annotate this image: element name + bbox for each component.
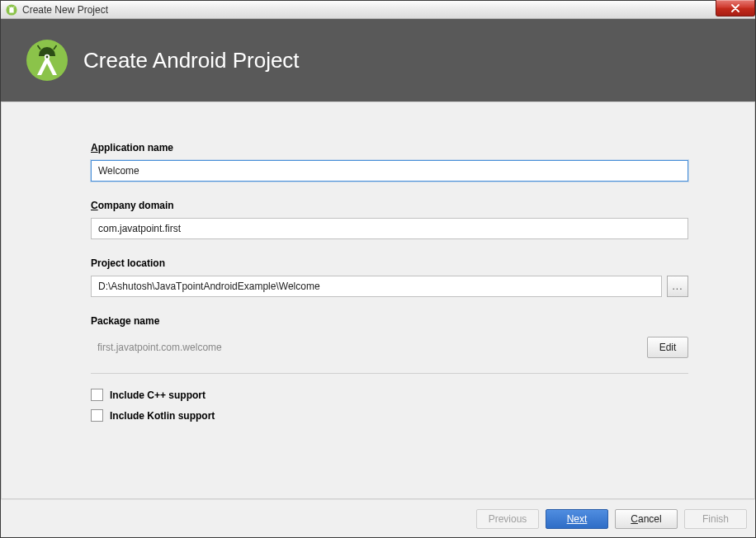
package-name-label: Package name [91,315,688,327]
android-studio-icon [26,39,69,82]
application-name-label: Application name [91,142,688,153]
project-location-group: Project location ... [91,257,688,297]
company-domain-input[interactable] [91,218,688,239]
dialog-window: Create New Project Create Android Projec… [0,0,756,538]
finish-button: Finish [684,509,747,529]
kotlin-support-label: Include Kotlin support [110,410,215,422]
titlebar: Create New Project [1,1,755,19]
browse-button[interactable]: ... [667,276,688,297]
project-location-input[interactable] [91,276,662,297]
window-title: Create New Project [22,4,108,16]
previous-button: Previous [476,509,539,529]
close-button[interactable] [716,0,755,17]
kotlin-support-checkbox[interactable] [91,409,103,422]
footer: Previous Next Cancel Finish [1,499,755,537]
app-icon [6,4,17,16]
banner-title: Create Android Project [83,48,300,73]
cpp-support-row[interactable]: Include C++ support [91,389,688,401]
kotlin-support-row[interactable]: Include Kotlin support [91,409,688,422]
cancel-button[interactable]: Cancel [615,509,678,529]
cpp-support-label: Include C++ support [110,389,206,401]
svg-point-7 [46,56,49,59]
company-domain-group: Company domain [91,200,688,239]
package-name-value: first.javatpoint.com.welcome [91,342,222,353]
package-name-group: Package name first.javatpoint.com.welcom… [91,315,688,370]
edit-package-button[interactable]: Edit [647,337,688,358]
next-button[interactable]: Next [546,509,608,529]
close-icon [730,4,740,12]
banner: Create Android Project [1,19,755,101]
content-area: Application name Company domain Project … [1,101,755,499]
application-name-input[interactable] [91,160,688,182]
company-domain-label: Company domain [91,200,688,211]
divider [91,373,688,374]
cpp-support-checkbox[interactable] [91,389,103,401]
application-name-group: Application name [91,142,688,182]
project-location-label: Project location [91,257,688,269]
